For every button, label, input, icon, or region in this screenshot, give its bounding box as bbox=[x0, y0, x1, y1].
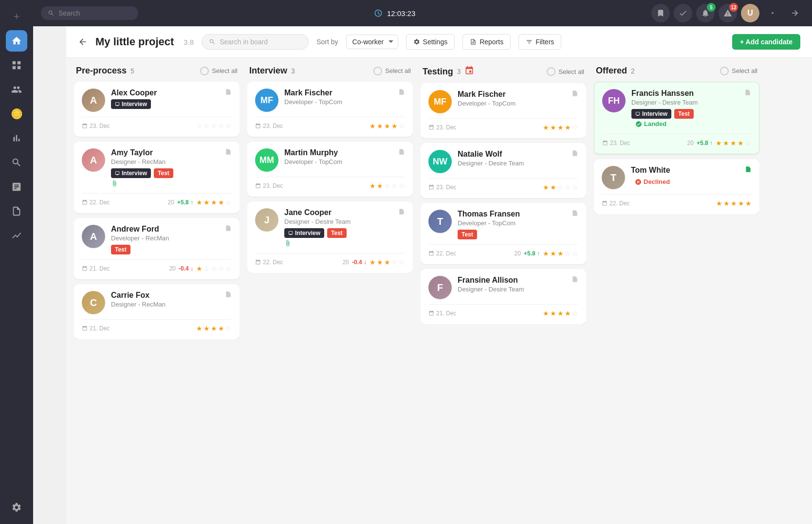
card-top: FH Francis Hanssen Designer - Desire Tea… bbox=[602, 89, 751, 129]
select-all-interview[interactable]: Select all bbox=[373, 67, 411, 75]
card-tags: Interview bbox=[111, 99, 219, 109]
card-name: Jane Cooper bbox=[284, 208, 392, 217]
avatar-amy-taylor: A bbox=[82, 148, 105, 172]
card-amy-taylor[interactable]: A Amy Taylor Designer - RecMan Interview… bbox=[74, 142, 240, 213]
card-stars: ★★☆☆☆ bbox=[543, 183, 578, 191]
doc-icon bbox=[225, 148, 232, 157]
select-all-circle bbox=[373, 67, 382, 75]
card-bottom: 23. Dec ★★☆☆☆ bbox=[255, 177, 405, 190]
column-count: 3 bbox=[291, 67, 295, 75]
gear-settings-icon[interactable] bbox=[6, 497, 27, 518]
spreadsheet-icon[interactable] bbox=[6, 176, 27, 198]
document-icon[interactable] bbox=[6, 200, 27, 222]
card-tags: Interview Test bbox=[631, 109, 738, 119]
card-name: Carrie Fox bbox=[111, 291, 219, 300]
card-thomas-fransen[interactable]: T Thomas Fransen Developer - TopCom Test bbox=[421, 203, 586, 264]
add-candidate-button[interactable]: + Add candidate bbox=[732, 34, 800, 50]
card-top: T Tom White Declined bbox=[602, 166, 752, 189]
card-date: 22. Dec bbox=[255, 259, 283, 266]
card-stars: ★★★★☆ bbox=[196, 325, 232, 332]
card-bottom: 21. Dec ★★★★☆ bbox=[82, 319, 232, 332]
card-stats: 20 +5.8 ↑ ★★★☆☆ bbox=[515, 250, 578, 257]
card-sub: Developer - TopCom bbox=[284, 158, 392, 165]
chart-bar-icon[interactable] bbox=[6, 127, 27, 149]
card-sub: Designer - Desire Team bbox=[631, 99, 738, 106]
settings-label: Settings bbox=[423, 38, 448, 46]
card-stats: 20 +5.8 ↑ ★★★★☆ bbox=[687, 139, 751, 147]
notification-btn[interactable]: 5 bbox=[696, 4, 715, 22]
card-top: MF Mark Fischer Developer - TopCom bbox=[255, 89, 405, 112]
avatar-btn[interactable]: U bbox=[741, 4, 759, 22]
card-date: 22. Dec bbox=[82, 199, 110, 206]
chevron-down-icon[interactable] bbox=[763, 4, 782, 22]
card-bottom: 23. Dec ★★☆☆☆ bbox=[428, 178, 578, 191]
tag-test: Test bbox=[154, 168, 173, 178]
reports-button[interactable]: Reports bbox=[462, 34, 511, 50]
sort-select[interactable]: Co-worker bbox=[346, 35, 398, 49]
card-francis-hanssen[interactable]: FH Francis Hanssen Designer - Desire Tea… bbox=[594, 82, 759, 154]
card-info: Fransine Allison Designer - Desire Team bbox=[458, 276, 566, 296]
card-sub: Designer - Desire Team bbox=[458, 286, 566, 293]
column-header-offered: Offered 2 Select all bbox=[594, 66, 759, 76]
cards-pre-process: A Alex Cooper Interview bbox=[74, 82, 240, 339]
arrow-right-icon[interactable] bbox=[786, 4, 804, 22]
filters-button[interactable]: Filters bbox=[518, 34, 561, 50]
card-name: Thomas Fransen bbox=[458, 210, 566, 218]
add-new-icon[interactable]: + bbox=[6, 6, 27, 27]
tag-test: Test bbox=[327, 228, 347, 238]
search-people-icon[interactable] bbox=[6, 152, 27, 173]
card-mark-fischer-2[interactable]: MF Mark Fischer Developer - TopCom 23. D… bbox=[421, 83, 586, 138]
search-board[interactable] bbox=[202, 34, 309, 50]
column-count: 2 bbox=[631, 67, 635, 75]
people-icon[interactable] bbox=[6, 79, 27, 100]
check-btn[interactable] bbox=[674, 4, 692, 22]
coin-icon[interactable]: 🪙 bbox=[6, 103, 27, 125]
select-all-offered[interactable]: Select all bbox=[720, 67, 757, 75]
doc-icon bbox=[572, 276, 578, 284]
card-date: 21. Dec bbox=[82, 325, 110, 332]
card-alex-cooper[interactable]: A Alex Cooper Interview bbox=[74, 82, 240, 137]
notification-badge: 5 bbox=[707, 3, 716, 12]
search-board-input[interactable] bbox=[220, 38, 297, 46]
card-sub: Designer - RecMan bbox=[111, 158, 219, 165]
card-stats: 20 -0.4 ↓ ★★★☆☆ bbox=[343, 258, 405, 266]
card-date: 23. Dec bbox=[428, 124, 456, 131]
card-tom-white[interactable]: T Tom White Declined bbox=[594, 159, 759, 214]
search-input[interactable] bbox=[58, 9, 127, 17]
card-stars: ★★★★☆ bbox=[543, 309, 578, 317]
select-all-pre-process[interactable]: Select all bbox=[200, 67, 238, 75]
grid-icon[interactable] bbox=[6, 54, 27, 76]
card-carrie-fox[interactable]: C Carrie Fox Designer - RecMan bbox=[74, 284, 240, 339]
card-top: MF Mark Fischer Developer - TopCom bbox=[428, 90, 578, 113]
card-natalie-wolf[interactable]: NW Natalie Wolf Designer - Desire Team 2… bbox=[421, 143, 586, 198]
doc-icon bbox=[398, 208, 405, 217]
bookmark-btn[interactable] bbox=[651, 4, 670, 22]
card-andrew-ford[interactable]: A Andrew Ford Developer - RecMan Test bbox=[74, 218, 240, 279]
cards-testing: MF Mark Fischer Developer - TopCom 23. D… bbox=[421, 83, 586, 324]
card-fransine-allison[interactable]: F Fransine Allison Designer - Desire Tea… bbox=[421, 269, 586, 324]
home-icon[interactable] bbox=[6, 30, 27, 52]
avatar-natalie-wolf: NW bbox=[428, 150, 452, 173]
card-info: Tom White Declined bbox=[631, 166, 739, 187]
card-name: Alex Cooper bbox=[111, 89, 219, 97]
card-martin-murphy[interactable]: MM Martin Murphy Developer - TopCom 23. … bbox=[247, 142, 413, 197]
settings-button[interactable]: Settings bbox=[406, 34, 455, 50]
back-button[interactable] bbox=[78, 37, 88, 47]
add-candidate-label: + Add candidate bbox=[740, 38, 793, 46]
card-bottom: 23. Dec 20 +5.8 ↑ ★★★★☆ bbox=[602, 134, 751, 147]
doc-icon bbox=[572, 210, 578, 218]
card-mark-fischer-1[interactable]: MF Mark Fischer Developer - TopCom 23. D… bbox=[247, 82, 413, 137]
doc-icon bbox=[572, 90, 578, 98]
status-landed: Landed bbox=[631, 119, 738, 129]
card-name: Tom White bbox=[631, 166, 739, 175]
card-info: Francis Hanssen Designer - Desire Team I… bbox=[631, 89, 738, 129]
analytics-icon[interactable] bbox=[6, 225, 27, 246]
card-top: NW Natalie Wolf Designer - Desire Team bbox=[428, 150, 578, 173]
select-all-testing[interactable]: Select all bbox=[547, 67, 584, 76]
doc-icon bbox=[225, 89, 232, 97]
card-stars: ★★☆☆☆ bbox=[369, 182, 405, 190]
alert-btn[interactable]: 12 bbox=[719, 4, 737, 22]
search-bar[interactable] bbox=[41, 6, 138, 20]
doc-icon bbox=[225, 291, 232, 299]
card-jane-cooper[interactable]: J Jane Cooper Designer - Desire Team Int… bbox=[247, 201, 413, 273]
